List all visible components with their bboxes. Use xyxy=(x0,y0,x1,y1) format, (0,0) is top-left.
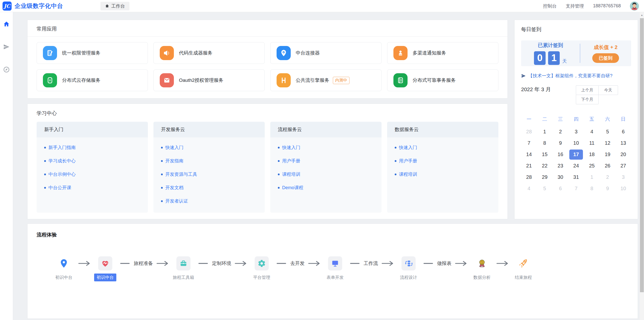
calendar-day[interactable]: 9 xyxy=(600,183,615,194)
calendar-day[interactable]: 10 xyxy=(568,137,584,149)
learning-link[interactable]: 快速入门 xyxy=(161,144,257,151)
calendar-day[interactable]: 14 xyxy=(521,149,537,160)
learning-link[interactable]: 快速入门 xyxy=(278,144,374,151)
page-scrollbar[interactable]: ▲ xyxy=(640,12,644,320)
avatar-image xyxy=(630,2,639,11)
app-card-flow-engine[interactable]: 公共流引擎服务 内测中 xyxy=(270,69,382,91)
learning-link[interactable]: 课程培训 xyxy=(278,171,374,177)
journey-step-platform[interactable]: 平台管理 xyxy=(254,256,270,289)
calendar-day[interactable]: 1 xyxy=(584,171,600,183)
app-card-transaction[interactable]: 分布式可靠事务服务 xyxy=(387,69,498,91)
calendar-day[interactable]: 8 xyxy=(537,137,552,149)
nav-support[interactable]: 支持管理 xyxy=(566,3,584,9)
calendar-day[interactable]: 31 xyxy=(568,171,584,183)
learning-link[interactable]: 开发文档 xyxy=(161,185,257,191)
calendar-day[interactable]: 6 xyxy=(615,126,631,137)
learning-link[interactable]: 中台示例中心 xyxy=(44,171,140,177)
calendar-day[interactable]: 7 xyxy=(568,183,584,194)
journey-step-intro[interactable]: 初识中台 xyxy=(97,256,113,289)
calendar-day[interactable]: 23 xyxy=(553,160,568,171)
accum-label: 已累计签到 xyxy=(538,42,563,49)
calendar-day[interactable]: 24 xyxy=(568,160,584,171)
article-link[interactable]: 【技术一文】框架组件，究竟要不要自研? xyxy=(521,73,631,79)
learning-link[interactable]: 开发资源与工具 xyxy=(161,171,257,177)
scrollbar-up-icon[interactable]: ▲ xyxy=(640,12,644,18)
calendar-day[interactable]: 12 xyxy=(600,137,615,149)
app-card-codegen[interactable]: 代码生成器服务 xyxy=(153,42,265,64)
calendar-day[interactable]: 3 xyxy=(615,171,631,183)
tab-workbench[interactable]: 工作台 xyxy=(100,2,129,10)
learning-link[interactable]: 中台公开课 xyxy=(44,185,140,191)
nav-phone[interactable]: 18878765768 xyxy=(593,3,621,9)
calendar-day[interactable]: 20 xyxy=(615,149,631,160)
calendar-day[interactable]: 13 xyxy=(615,137,631,149)
calendar-day[interactable]: 3 xyxy=(568,126,584,137)
journey-step-process-design[interactable]: 流程设计 xyxy=(400,256,417,289)
calendar-day[interactable]: 1 xyxy=(537,126,552,137)
learning-link[interactable]: 快速入门 xyxy=(395,144,491,151)
calendar-day[interactable]: 4 xyxy=(521,183,537,194)
calendar-day[interactable]: 4 xyxy=(584,126,600,137)
today-button[interactable]: 今天 xyxy=(598,85,618,95)
app-card-connector[interactable]: 中台连接器 xyxy=(270,42,382,64)
calendar-day[interactable]: 2 xyxy=(553,126,568,137)
avatar[interactable] xyxy=(630,2,639,11)
book-edit-icon xyxy=(43,46,57,60)
learning-link[interactable]: 开发者认证 xyxy=(161,198,257,204)
journey-step-toolbox[interactable]: 旅程工具箱 xyxy=(175,256,192,289)
learning-link[interactable]: 学习成长中心 xyxy=(44,158,140,164)
calendar-day[interactable]: 2 xyxy=(600,171,615,183)
learning-link[interactable]: 用户手册 xyxy=(395,158,491,164)
section-title: 常用应用 xyxy=(37,26,57,32)
page-title: 企业级数字化中台 xyxy=(15,2,63,10)
calendar-day[interactable]: 26 xyxy=(600,160,615,171)
calendar-day[interactable]: 7 xyxy=(521,137,537,149)
journey-step-form-dev[interactable]: 表单开发 xyxy=(327,256,343,289)
bullet-icon xyxy=(161,200,163,202)
calendar-day[interactable]: 15 xyxy=(537,149,552,160)
envelope-icon xyxy=(160,73,174,87)
journey-step-start[interactable]: 初识中台 xyxy=(56,256,72,289)
calendar-day[interactable]: 17 xyxy=(568,149,584,160)
signed-button[interactable]: 已签到 xyxy=(592,53,619,63)
app-card-permission[interactable]: 统一权限管理服务 xyxy=(37,42,148,64)
journey-step-data-analysis[interactable]: 1 数据分析 xyxy=(474,256,490,289)
rail-send-icon[interactable] xyxy=(2,42,12,52)
calendar-day[interactable]: 16 xyxy=(553,149,568,160)
calendar-day[interactable]: 22 xyxy=(537,160,552,171)
medal-icon: 1 xyxy=(475,256,489,270)
calendar-day[interactable]: 9 xyxy=(553,137,568,149)
learning-link[interactable]: 开发指南 xyxy=(161,158,257,164)
rail-home-icon[interactable] xyxy=(2,19,12,29)
calendar-day[interactable]: 11 xyxy=(584,137,600,149)
weekday-label: 三 xyxy=(553,116,568,122)
calendar-day[interactable]: 27 xyxy=(615,160,631,171)
rail-compass-icon[interactable] xyxy=(2,64,12,75)
calendar-day[interactable]: 5 xyxy=(537,183,552,194)
calendar-day[interactable]: 21 xyxy=(521,160,537,171)
journey-step-end[interactable]: 结束旅程 xyxy=(515,256,531,289)
calendar-day[interactable]: 29 xyxy=(537,171,552,183)
calendar-day[interactable]: 10 xyxy=(615,183,631,194)
nav-console[interactable]: 控制台 xyxy=(543,3,557,9)
app-card-notify[interactable]: 多渠道通知服务 xyxy=(387,42,498,64)
calendar-day[interactable]: 28 xyxy=(521,171,537,183)
days-unit: 天 xyxy=(562,58,567,65)
calendar-day[interactable]: 30 xyxy=(553,171,568,183)
calendar-day[interactable]: 28 xyxy=(521,126,537,137)
scrollbar-thumb[interactable] xyxy=(640,18,644,292)
next-month-button[interactable]: 下个月 xyxy=(576,95,599,104)
learning-link[interactable]: 用户手册 xyxy=(278,158,374,164)
prev-month-button[interactable]: 上个月 xyxy=(576,85,599,95)
calendar-day[interactable]: 8 xyxy=(584,183,600,194)
calendar-day[interactable]: 25 xyxy=(584,160,600,171)
calendar-day[interactable]: 19 xyxy=(600,149,615,160)
learning-link[interactable]: Demo课程 xyxy=(278,185,374,191)
calendar-day[interactable]: 6 xyxy=(553,183,568,194)
calendar-day[interactable]: 18 xyxy=(584,149,600,160)
learning-link[interactable]: 课程培训 xyxy=(395,171,491,177)
app-card-storage[interactable]: 分布式云存储服务 xyxy=(37,69,148,91)
learning-link[interactable]: 新手入门指南 xyxy=(44,144,140,151)
calendar-day[interactable]: 5 xyxy=(600,126,615,137)
app-card-oauth[interactable]: Oauth2授权管理服务 xyxy=(153,69,265,91)
